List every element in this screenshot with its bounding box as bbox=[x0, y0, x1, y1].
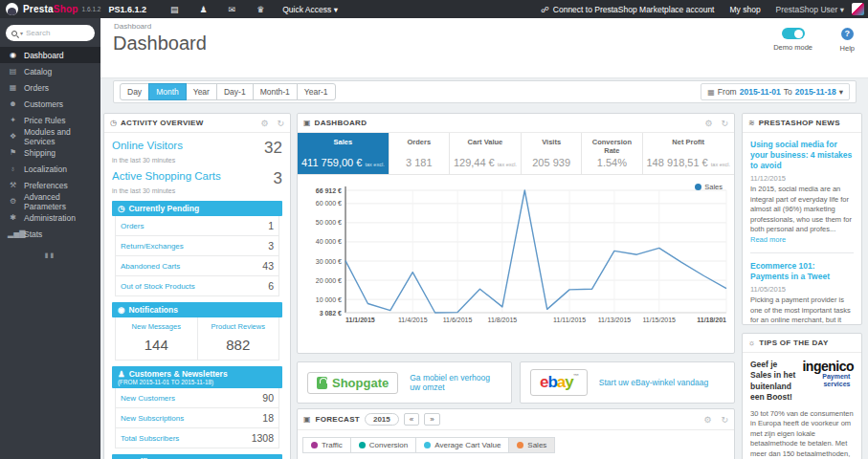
ebay-ad[interactable]: ebay™ Start uw eBay-winkel vandaag bbox=[520, 361, 735, 404]
search-input[interactable] bbox=[26, 29, 81, 37]
pending-row-returns[interactable]: Return/Exchanges3 bbox=[115, 236, 279, 256]
sidebar-item-preferences[interactable]: ⚒Preferences bbox=[0, 177, 100, 193]
clock-icon: ◷ bbox=[110, 119, 117, 127]
sidebar-collapse-button[interactable]: ▮▮ bbox=[0, 251, 100, 259]
refresh-icon[interactable]: ↻ bbox=[721, 415, 728, 425]
refresh-icon[interactable]: ↻ bbox=[277, 119, 284, 128]
traffic-section-header: ♁Traffic (FROM 2015-11-01 TO 2015-11-18) bbox=[112, 454, 282, 459]
brand-logo[interactable]: PrestaShop bbox=[23, 4, 78, 14]
pending-row-out-of-stock[interactable]: Out of Stock Products6 bbox=[115, 276, 279, 296]
chart-legend: Sales bbox=[695, 183, 723, 191]
my-shop-link[interactable]: My shop bbox=[729, 5, 760, 14]
customers-row-new-customers[interactable]: New Customers90 bbox=[115, 388, 279, 408]
kpi-sales[interactable]: Sales411 759,00 € tax excl. bbox=[298, 133, 389, 174]
customers-row-total-subscribers[interactable]: Total Subscribers1308 bbox=[115, 428, 279, 448]
sidebar-item-administration[interactable]: ✱Administration bbox=[0, 209, 100, 226]
range-button-day-1[interactable]: Day-1 bbox=[216, 83, 254, 100]
forecast-tab-conversion[interactable]: Conversion bbox=[350, 437, 416, 453]
sidebar-item-shipping[interactable]: ⚑Shipping bbox=[0, 144, 100, 161]
activity-panel-header: ◷ ACTIVITY OVERVIEW ⚙ ↻ bbox=[104, 114, 290, 133]
sidebar-item-price-rules[interactable]: ✦Price Rules bbox=[0, 112, 100, 128]
prestashop-news-panel: ≋ PRESTASHOP NEWS Using social media for… bbox=[742, 113, 862, 325]
shopgate-ad[interactable]: Shopgate Ga mobiel en verhoog uw omzet bbox=[297, 361, 512, 404]
marketplace-link[interactable]: ☍Connect to PrestaShop Marketplace accou… bbox=[541, 5, 714, 14]
sidebar-item-customers[interactable]: ☻Customers bbox=[0, 96, 100, 112]
sidebar-item-localization[interactable]: ♁Localization bbox=[0, 161, 100, 177]
range-button-day[interactable]: Day bbox=[120, 83, 149, 100]
calendar-icon: ▦ bbox=[707, 88, 715, 97]
sidebar-item-catalog[interactable]: ▤Catalog bbox=[0, 63, 100, 79]
active-carts-link[interactable]: Active Shopping Carts bbox=[112, 170, 221, 182]
bell-icon: ◉ bbox=[118, 305, 124, 315]
news-article-date: 11/05/2015 bbox=[750, 285, 854, 294]
forecast-panel: ▣ FORECAST 2015 « » ⚙ ↻ Traffic Conversi… bbox=[297, 408, 735, 459]
sidebar-item-modules[interactable]: ❖Modules and Services bbox=[0, 128, 100, 144]
achievements-icon[interactable]: ♛ bbox=[256, 5, 264, 14]
news-article-excerpt: In 2015, social media are an integral pa… bbox=[750, 185, 854, 245]
kpi-cart-value[interactable]: Cart Value129,44 € tax excl. bbox=[450, 133, 522, 174]
kpi-net-profit[interactable]: Net Profit148 918,51 € tax excl. bbox=[643, 133, 734, 174]
active-carts-sub: in the last 30 minutes bbox=[112, 187, 282, 194]
gear-icon[interactable]: ⚙ bbox=[260, 119, 268, 128]
news-article-title[interactable]: Using social media for your business: 4 … bbox=[750, 140, 854, 171]
range-button-month-1[interactable]: Month-1 bbox=[253, 83, 298, 100]
stats-icon: ▂▅▇ bbox=[8, 230, 18, 238]
pending-row-orders[interactable]: Orders1 bbox=[115, 216, 279, 236]
customers-icon[interactable]: ♟ bbox=[200, 5, 208, 14]
sales-chart-canvas: 3 082 €10 000 €20 000 €30 000 €40 000 €5… bbox=[298, 179, 734, 341]
breadcrumb[interactable]: Dashboard bbox=[114, 22, 151, 31]
new-messages-cell[interactable]: New Messages144 bbox=[115, 317, 198, 361]
help-label: Help bbox=[840, 44, 855, 53]
cart-icon: ▣ bbox=[303, 415, 311, 424]
svg-text:66 912 €: 66 912 € bbox=[316, 187, 342, 194]
orders-icon: ▦ bbox=[8, 83, 18, 92]
refresh-icon[interactable]: ↻ bbox=[721, 119, 728, 128]
messages-icon[interactable]: ✉ bbox=[229, 5, 236, 14]
shop-version-label: PS1.6.1.2 bbox=[108, 5, 146, 14]
demo-mode-toggle[interactable] bbox=[782, 28, 805, 39]
sidebar-item-dashboard[interactable]: ◉Dashboard bbox=[0, 47, 100, 63]
forecast-next-button[interactable]: » bbox=[424, 413, 439, 426]
customers-row-new-subscriptions[interactable]: New Subscriptions18 bbox=[115, 408, 279, 428]
forecast-year-badge[interactable]: 2015 bbox=[365, 413, 399, 426]
date-range-picker[interactable]: ▦ From2015-11-01 To2015-11-18 ▾ bbox=[701, 83, 850, 100]
forecast-prev-button[interactable]: « bbox=[404, 413, 419, 426]
person-icon: ♟ bbox=[118, 369, 125, 379]
range-button-year[interactable]: Year bbox=[186, 83, 217, 100]
news-article-date: 11/12/2015 bbox=[750, 174, 854, 183]
search-box[interactable]: ▾ bbox=[6, 25, 95, 41]
user-menu[interactable]: PrestaShop User ▾ bbox=[776, 5, 844, 14]
sidebar-item-orders[interactable]: ▦Orders bbox=[0, 79, 100, 96]
preferences-icon: ⚒ bbox=[8, 181, 18, 189]
product-reviews-cell[interactable]: Product Reviews882 bbox=[198, 317, 280, 361]
ebay-ad-link[interactable]: Start uw eBay-winkel vandaag bbox=[599, 378, 708, 387]
online-visitors-link[interactable]: Online Visitors bbox=[112, 140, 183, 151]
range-button-month[interactable]: Month bbox=[148, 83, 187, 100]
svg-text:11/18/201: 11/18/201 bbox=[697, 317, 726, 323]
gear-icon[interactable]: ⚙ bbox=[704, 119, 712, 128]
kpi-visits[interactable]: Visits205 939 bbox=[522, 133, 582, 174]
help-icon[interactable]: ? bbox=[841, 28, 854, 40]
price-rules-icon: ✦ bbox=[8, 116, 18, 124]
search-type-caret-icon[interactable]: ▾ bbox=[20, 30, 23, 36]
forecast-tab-average-cart-value[interactable]: Average Cart Value bbox=[415, 437, 509, 453]
pending-row-abandoned-carts[interactable]: Abandoned Carts43 bbox=[115, 256, 279, 276]
sidebar: ▾ ◉Dashboard ▤Catalog ▦Orders ☻Customers… bbox=[0, 18, 100, 459]
cart-icon[interactable]: ▤ bbox=[170, 5, 179, 14]
forecast-tab-traffic[interactable]: Traffic bbox=[302, 437, 351, 453]
kpi-orders[interactable]: Orders3 181 bbox=[389, 133, 450, 174]
cart-icon: ▣ bbox=[303, 119, 311, 127]
read-more-link[interactable]: Read more bbox=[750, 235, 786, 244]
shopgate-ad-link[interactable]: Ga mobiel en verhoog uw omzet bbox=[410, 373, 501, 392]
user-avatar[interactable] bbox=[852, 3, 864, 15]
sidebar-item-advanced-parameters[interactable]: ⚙Advanced Parameters bbox=[0, 193, 100, 209]
range-button-year-1[interactable]: Year-1 bbox=[297, 83, 336, 100]
search-icon bbox=[11, 31, 17, 36]
kpi-conversion-rate[interactable]: Conversion Rate1.54% bbox=[582, 133, 642, 174]
forecast-tab-sales[interactable]: Sales bbox=[508, 437, 555, 453]
sidebar-item-stats[interactable]: ▂▅▇Stats bbox=[0, 226, 100, 242]
news-article-title[interactable]: Ecommerce 101: Payments in a Tweet bbox=[750, 261, 854, 282]
quick-access-menu[interactable]: Quick Access ▾ bbox=[282, 5, 338, 14]
gear-icon[interactable]: ⚙ bbox=[703, 415, 711, 425]
svg-text:30 000 €: 30 000 € bbox=[316, 258, 342, 265]
